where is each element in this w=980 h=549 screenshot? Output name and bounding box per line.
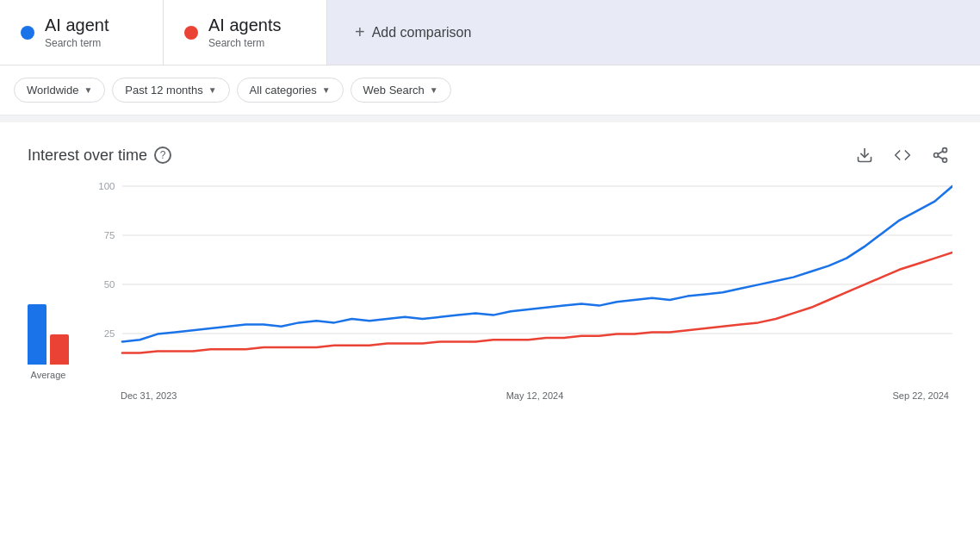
x-label-2: May 12, 2024: [506, 390, 564, 401]
chart-header: Interest over time ?: [28, 143, 952, 167]
filter-location-label: Worldwide: [27, 84, 78, 97]
x-label-3: Sep 22, 2024: [893, 390, 949, 401]
share-icon: [932, 147, 949, 164]
average-bars: Average: [28, 296, 69, 401]
term-info-1: AI agent Search term: [45, 16, 109, 49]
divider: [0, 115, 980, 122]
term-sub-1: Search term: [45, 37, 109, 49]
download-icon: [856, 147, 873, 164]
add-comparison-label: Add comparison: [372, 25, 472, 41]
chevron-down-icon: ▼: [322, 85, 331, 95]
avg-bar-blue: [28, 304, 47, 365]
main-chart: 100 75 50 25 Dec 31, 2023 May 12, 2024 S…: [86, 178, 952, 401]
chevron-down-icon: ▼: [208, 85, 217, 95]
download-button[interactable]: [853, 143, 877, 167]
filter-location[interactable]: Worldwide ▼: [14, 78, 105, 103]
chart-actions: [853, 143, 952, 167]
term-card-2: AI agents Search term: [164, 0, 327, 65]
filter-search-type[interactable]: Web Search ▼: [350, 78, 451, 103]
filter-time[interactable]: Past 12 months ▼: [112, 78, 229, 103]
help-icon[interactable]: ?: [154, 147, 171, 164]
filter-search-type-label: Web Search: [363, 84, 425, 97]
chart-svg-container: 100 75 50 25 Dec 31, 2023 May 12, 2024 S…: [86, 178, 952, 401]
x-labels: Dec 31, 2023 May 12, 2024 Sep 22, 2024: [86, 390, 952, 401]
plus-icon: +: [355, 22, 365, 42]
top-bar: AI agent Search term AI agents Search te…: [0, 0, 980, 66]
chart-svg: 100 75 50 25: [86, 178, 952, 384]
term-sub-2: Search term: [208, 37, 282, 49]
filters-bar: Worldwide ▼ Past 12 months ▼ All categor…: [0, 66, 980, 115]
chart-title: Interest over time: [28, 147, 147, 165]
svg-line-4: [938, 156, 943, 159]
svg-text:75: 75: [104, 230, 115, 240]
chart-area: Average 100 75 50 25: [28, 178, 952, 401]
svg-text:50: 50: [104, 279, 115, 290]
svg-text:100: 100: [98, 181, 115, 191]
share-button[interactable]: [928, 143, 952, 167]
term-title-2: AI agents: [208, 16, 282, 35]
chevron-down-icon: ▼: [430, 85, 438, 95]
svg-line-5: [938, 151, 943, 153]
term-dot-2: [184, 26, 198, 40]
svg-text:25: 25: [104, 328, 115, 339]
embed-button[interactable]: [890, 143, 915, 167]
filter-category[interactable]: All categories ▼: [237, 78, 344, 103]
add-comparison-button[interactable]: + Add comparison: [327, 0, 980, 65]
chevron-down-icon: ▼: [84, 85, 92, 95]
avg-bars-row: [28, 296, 69, 365]
filter-time-label: Past 12 months: [125, 84, 202, 97]
x-label-1: Dec 31, 2023: [121, 390, 177, 401]
term-info-2: AI agents Search term: [208, 16, 282, 49]
embed-icon: [894, 147, 911, 164]
chart-title-row: Interest over time ?: [28, 147, 171, 165]
term-title-1: AI agent: [45, 16, 109, 35]
filter-category-label: All categories: [250, 84, 317, 97]
term-card-1: AI agent Search term: [0, 0, 164, 65]
chart-section: Interest over time ? Average: [0, 122, 980, 415]
avg-bar-red: [50, 334, 69, 365]
average-label: Average: [31, 370, 66, 380]
term-dot-1: [21, 26, 34, 40]
